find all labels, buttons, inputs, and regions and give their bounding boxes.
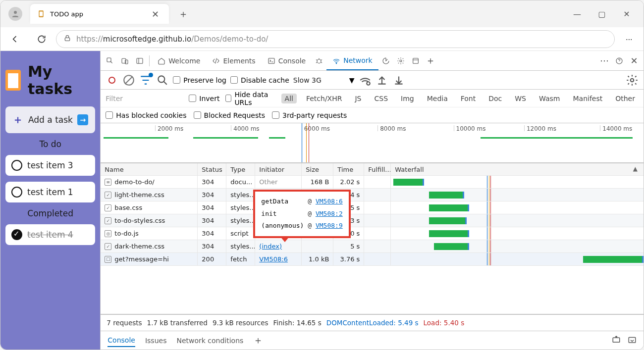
type-chip[interactable]: WS (511, 94, 530, 103)
search-button[interactable] (156, 74, 169, 87)
type-chip[interactable]: Img (397, 94, 418, 103)
tab-network[interactable]: Network (326, 51, 378, 70)
blocked-cookies-checkbox[interactable]: Has blocked cookies (106, 111, 186, 119)
minimize-button[interactable]: — (571, 9, 583, 19)
disable-cache-checkbox[interactable]: Disable cache (230, 76, 289, 84)
third-party-checkbox[interactable]: 3rd-party requests (272, 111, 347, 119)
drawer-tab-issues[interactable]: Issues (145, 335, 167, 347)
tab-welcome[interactable]: Welcome (152, 51, 206, 70)
task-item[interactable]: test item 3 (5, 155, 95, 176)
type-chip[interactable]: Font (457, 94, 479, 103)
refresh-button[interactable] (33, 31, 50, 48)
gear-icon[interactable] (393, 53, 408, 68)
type-chip[interactable]: Fetch/XHR (303, 94, 346, 103)
network-timeline[interactable]: 2000 ms 4000 ms 6000 ms 8000 ms 10000 ms… (101, 123, 644, 163)
tab-close-icon[interactable]: ✕ (149, 9, 162, 19)
device-icon[interactable] (117, 53, 132, 68)
browser-menu-button[interactable]: ⋯ (621, 35, 638, 43)
request-row[interactable]: ◎to-do.js304script(index)0 s (101, 227, 644, 240)
filter-toggle-button[interactable] (139, 74, 152, 87)
bug-icon[interactable] (312, 53, 326, 68)
stack-link[interactable]: VM508:2 (316, 210, 343, 217)
devtools-drawer: Console Issues Network conditions ＋ (101, 331, 644, 350)
browser-tab[interactable]: TODO app ✕ (30, 4, 169, 24)
clear-button[interactable] (122, 74, 135, 87)
svg-rect-13 (413, 58, 418, 63)
tab-elements[interactable]: Elements (206, 51, 261, 70)
record-button[interactable] (106, 74, 118, 87)
drawer-expand-icon[interactable] (612, 335, 621, 346)
url-input[interactable]: https://microsoftedge.github.io/Demos/de… (56, 30, 615, 48)
request-row[interactable]: ✓dark-theme.css304styles...(index)5 s (101, 240, 644, 253)
col-initiator[interactable]: Initiator (255, 163, 302, 175)
request-row[interactable]: ✓base.css304styles...(index)5 s (101, 201, 644, 214)
profile-avatar[interactable] (8, 7, 22, 21)
invert-checkbox[interactable]: Invert (189, 95, 219, 102)
col-status[interactable]: Status (198, 163, 226, 175)
col-type[interactable]: Type (226, 163, 255, 175)
task-checkbox[interactable] (11, 160, 22, 171)
request-row[interactable]: ≡demo-to-do/304docu...Other168 B2.02 s (101, 176, 644, 189)
request-row[interactable]: ✓light-theme.css304styles...(index)120 B… (101, 189, 644, 201)
type-chip[interactable]: CSS (371, 94, 391, 103)
task-item[interactable]: test item 1 (5, 182, 95, 202)
help-icon[interactable] (612, 53, 627, 68)
type-chip[interactable]: Manifest (569, 94, 606, 103)
download-icon[interactable] (392, 74, 405, 87)
col-size[interactable]: Size (302, 163, 333, 175)
time-mark: 8000 ms (377, 125, 406, 131)
close-devtools-button[interactable]: ✕ (627, 53, 642, 68)
back-button[interactable] (6, 31, 23, 48)
maximize-button[interactable]: ▢ (596, 9, 608, 19)
completed-section-header: Completed (5, 208, 95, 218)
close-window-button[interactable]: ✕ (621, 9, 633, 19)
add-task-button[interactable]: ＋ Add a task → (5, 106, 95, 133)
throttling-select[interactable]: Slow 3G (293, 76, 322, 84)
task-checkbox-checked[interactable] (11, 229, 22, 240)
stack-link[interactable]: VM508:6 (316, 198, 343, 205)
blocked-requests-checkbox[interactable]: Blocked Requests (194, 111, 265, 119)
network-conditions-icon[interactable] (359, 74, 372, 87)
clipboard-icon (5, 70, 21, 91)
initiator-link[interactable]: (index) (259, 243, 282, 250)
initiator-link[interactable]: VM508:6 (259, 255, 288, 263)
col-name[interactable]: Name (101, 163, 198, 175)
request-row[interactable]: ☐get?message=hi200fetchVM508:61.0 kB3.76… (101, 253, 644, 266)
task-item-done[interactable]: test item 4 (5, 224, 95, 245)
table-header: Name Status Type Initiator Size Time Ful… (101, 163, 644, 176)
request-row[interactable]: ✓to-do-styles.css304styles...(index)3 s (101, 214, 644, 227)
app-icon[interactable] (408, 53, 423, 68)
svg-point-12 (400, 60, 402, 62)
dock-icon[interactable] (132, 53, 147, 68)
drawer-tab-network-conditions[interactable]: Network conditions (176, 335, 243, 347)
plus-icon: ＋ (12, 112, 23, 127)
hide-data-urls-checkbox[interactable]: Hide data URLs (225, 91, 275, 106)
drawer-add-button[interactable]: ＋ (253, 334, 263, 347)
new-tab-button[interactable]: ＋ (175, 5, 192, 22)
submit-icon[interactable]: → (77, 114, 88, 125)
settings-gear-icon[interactable] (626, 74, 639, 87)
col-fulfilled[interactable]: Fulfill... (364, 163, 391, 175)
col-time[interactable]: Time (333, 163, 364, 175)
more-icon[interactable]: ⋯ (597, 53, 612, 68)
filter-input[interactable]: Filter (106, 95, 183, 102)
drawer-tab-console[interactable]: Console (107, 334, 135, 347)
type-chip-all[interactable]: All (281, 94, 297, 103)
upload-icon[interactable] (376, 74, 388, 87)
col-waterfall[interactable]: Waterfall (391, 163, 644, 175)
type-chip[interactable]: Media (424, 94, 451, 103)
task-checkbox[interactable] (11, 187, 22, 198)
inspect-icon[interactable] (103, 53, 117, 68)
type-chip[interactable]: JS (351, 94, 365, 103)
file-type-icon: ≡ (105, 179, 111, 186)
preserve-log-checkbox[interactable]: Preserve log (173, 76, 226, 84)
type-chip[interactable]: Wasm (536, 94, 563, 103)
type-chip[interactable]: Other (612, 94, 639, 103)
type-chip[interactable]: Doc (485, 94, 505, 103)
tab-console[interactable]: Console (262, 51, 312, 70)
caret-down-icon[interactable]: ▼ (349, 76, 355, 84)
more-tabs-button[interactable]: ＋ (423, 53, 438, 68)
drawer-collapse-icon[interactable] (628, 335, 637, 346)
performance-icon[interactable] (378, 53, 393, 68)
stack-link[interactable]: VM508:9 (316, 222, 343, 229)
